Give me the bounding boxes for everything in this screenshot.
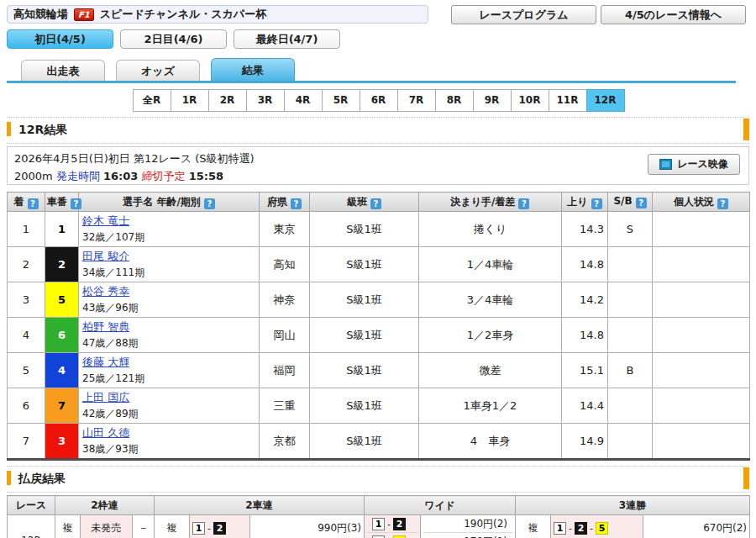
car-chip: 2 bbox=[393, 518, 406, 530]
race-tab-3R[interactable]: 3R bbox=[246, 89, 285, 112]
results-table: 着?車番?選手名 年齢/期別?府県?級班?決まり手/着差?上り?S/B?個人状況… bbox=[7, 192, 750, 461]
tab-結果[interactable]: 結果 bbox=[211, 58, 295, 81]
place-cell: 5 bbox=[8, 353, 45, 388]
rider-link[interactable]: 松谷 秀幸 bbox=[82, 285, 129, 298]
personal-status-cell bbox=[653, 212, 750, 247]
car-number-cell: 2 bbox=[45, 247, 79, 282]
column-label: 車番 bbox=[47, 196, 67, 208]
car-number-cell: 3 bbox=[45, 424, 79, 460]
rider-link[interactable]: 鈴木 竜士 bbox=[82, 214, 129, 227]
personal-status-cell bbox=[653, 424, 750, 460]
help-icon[interactable]: ? bbox=[71, 198, 81, 209]
place-cell: 6 bbox=[8, 388, 45, 424]
help-icon[interactable]: ? bbox=[717, 198, 728, 209]
race-tab-1R[interactable]: 1R bbox=[171, 89, 209, 112]
class-band-cell: S級1班 bbox=[310, 388, 419, 424]
race-tab-5R[interactable]: 5R bbox=[322, 89, 360, 112]
race-tab-11R[interactable]: 11R bbox=[549, 89, 587, 112]
prefecture-cell: 京都 bbox=[260, 424, 310, 460]
personal-status-cell bbox=[653, 318, 750, 353]
payout-header-row: レース 2枠連 2車連 ワイド 3連勝 bbox=[8, 496, 750, 515]
sb-cell: S bbox=[608, 212, 653, 247]
wakuren-fuku-value: 未発売 bbox=[81, 515, 133, 538]
payout-race-cell: 12R bbox=[8, 515, 55, 538]
rider-age-term: 47歳／88期 bbox=[82, 336, 255, 351]
race-tab-8R[interactable]: 8R bbox=[435, 89, 474, 112]
chip-separator: - bbox=[207, 523, 211, 534]
orange-accent-left bbox=[7, 122, 11, 136]
help-icon[interactable]: ? bbox=[636, 198, 647, 208]
day-race-info-button[interactable]: 4/5のレース情報へ bbox=[601, 5, 746, 24]
race-number-tabs: 全R1R2R3R4R5R6R7R8R9R10R11R12R bbox=[7, 89, 749, 112]
help-icon[interactable]: ? bbox=[370, 198, 381, 209]
wakuren-fuku-label: 複 bbox=[55, 515, 81, 538]
place-cell: 1 bbox=[8, 212, 45, 247]
race-tab-2R[interactable]: 2R bbox=[208, 89, 247, 112]
column-label: 選手名 年齢/期別 bbox=[123, 196, 201, 208]
day-tab-最終日(4/7)[interactable]: 最終日(4/7) bbox=[234, 29, 340, 49]
last-lap-cell: 14.2 bbox=[562, 282, 608, 318]
help-icon[interactable]: ? bbox=[591, 198, 602, 209]
race-tab-6R[interactable]: 6R bbox=[360, 89, 398, 112]
rider-link[interactable]: 山田 久徳 bbox=[82, 426, 129, 439]
chip-separator: - bbox=[387, 519, 391, 530]
results-col-header: 個人状況? bbox=[653, 193, 750, 212]
results-col-header: 着? bbox=[8, 193, 45, 212]
prefecture-cell: 高知 bbox=[260, 247, 310, 282]
results-col-header: 級班? bbox=[310, 193, 419, 212]
event-title: スピードチャンネル・スカパー杯 bbox=[100, 7, 266, 22]
margin-cell: 捲くり bbox=[419, 212, 562, 247]
margin-cell: 1／4車輪 bbox=[419, 247, 562, 282]
personal-status-cell bbox=[653, 388, 750, 424]
result-row: 73山田 久徳38歳／93期京都S級1班4 車身14.9 bbox=[8, 424, 750, 460]
place-cell: 7 bbox=[8, 424, 45, 460]
prefecture-cell: 岡山 bbox=[260, 318, 310, 353]
day-tab-2日目(4/6)[interactable]: 2日目(4/6) bbox=[120, 29, 227, 49]
rider-age-term: 42歳／89期 bbox=[82, 407, 255, 421]
help-icon[interactable]: ? bbox=[291, 198, 302, 209]
car-number-cell: 6 bbox=[45, 318, 79, 353]
grade-f1-badge: F1 bbox=[74, 8, 94, 21]
race-tab-7R[interactable]: 7R bbox=[397, 89, 436, 112]
help-icon[interactable]: ? bbox=[28, 198, 39, 209]
wide-combos: 1-21-52-5 bbox=[365, 515, 421, 538]
car-chip: 1 bbox=[554, 522, 566, 535]
race-program-button[interactable]: レースプログラム bbox=[451, 5, 596, 24]
top-bar: 高知競輪場 F1 スピードチャンネル・スカパー杯 レースプログラム 4/5のレー… bbox=[7, 5, 749, 24]
prefecture-cell: 三重 bbox=[260, 388, 310, 424]
help-icon[interactable]: ? bbox=[518, 198, 529, 209]
day-tabs: 初日(4/5)2日目(4/6)最終日(4/7) bbox=[7, 29, 749, 49]
race-tab-全R[interactable]: 全R bbox=[133, 89, 171, 112]
tab-出走表[interactable]: 出走表 bbox=[21, 60, 105, 81]
payout-col-wakuren: 2枠連 bbox=[55, 496, 155, 515]
race-tab-12R[interactable]: 12R bbox=[586, 89, 625, 112]
prefecture-cell: 東京 bbox=[260, 212, 310, 247]
results-col-header: 決まり手/着差? bbox=[419, 193, 562, 212]
race-tab-9R[interactable]: 9R bbox=[473, 89, 512, 112]
race-video-button[interactable]: レース映像 bbox=[648, 154, 740, 175]
orange-accent-right bbox=[743, 467, 749, 489]
payout-section-title: 払戻結果 bbox=[18, 472, 66, 485]
rider-link[interactable]: 後藤 大輝 bbox=[82, 356, 129, 368]
rider-link[interactable]: 上田 国広 bbox=[82, 391, 129, 404]
close-time-value: 15:58 bbox=[189, 170, 223, 182]
rider-link[interactable]: 柏野 智典 bbox=[82, 320, 129, 333]
rider-age-term: 38歳／93期 bbox=[82, 442, 255, 456]
help-icon[interactable]: ? bbox=[204, 198, 215, 209]
personal-status-cell bbox=[653, 353, 750, 388]
car-number-cell: 4 bbox=[45, 353, 79, 388]
race-tab-10R[interactable]: 10R bbox=[511, 89, 549, 112]
rider-link[interactable]: 田尾 駿介 bbox=[82, 250, 129, 262]
race-tab-4R[interactable]: 4R bbox=[284, 89, 323, 112]
payout-table: レース 2枠連 2車連 ワイド 3連勝 12R 複 未発売 － 複 1-2 99… bbox=[7, 495, 750, 538]
sb-cell bbox=[608, 318, 653, 353]
results-header-row: 着?車番?選手名 年齢/期別?府県?級班?決まり手/着差?上り?S/B?個人状況… bbox=[8, 193, 750, 212]
prefecture-cell: 神奈 bbox=[260, 282, 310, 318]
last-lap-cell: 14.3 bbox=[562, 212, 608, 247]
close-time-label: 締切予定 bbox=[142, 170, 186, 182]
tab-オッズ[interactable]: オッズ bbox=[116, 60, 200, 81]
race-date-line: 2026年4月5日(日)初日 第12レース (S級初特選) bbox=[14, 151, 742, 166]
column-label: 決まり手/着差 bbox=[451, 196, 516, 208]
day-tab-初日(4/5)[interactable]: 初日(4/5) bbox=[7, 29, 113, 49]
start-time-value: 16:03 bbox=[103, 170, 138, 182]
